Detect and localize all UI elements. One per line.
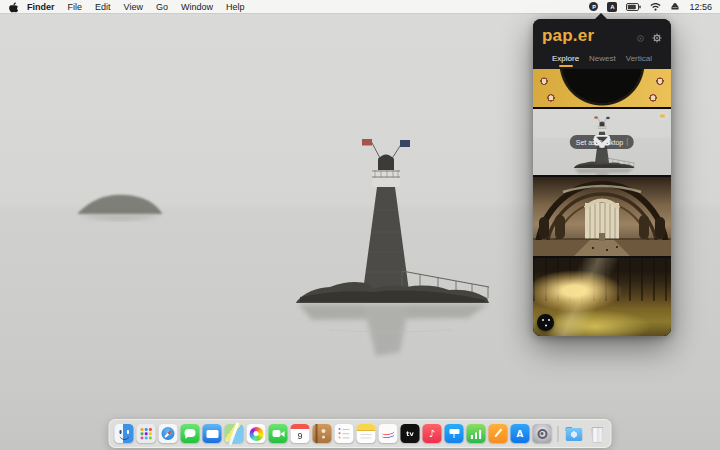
panel-tabs: ExploreNewestVertical bbox=[542, 46, 662, 69]
apple-menu-icon[interactable] bbox=[8, 1, 18, 13]
tab-vertical[interactable]: Vertical bbox=[622, 54, 656, 69]
dock-stocks-icon[interactable] bbox=[379, 424, 398, 443]
dock-calendar-icon[interactable]: 9 bbox=[291, 424, 310, 443]
gear-icon[interactable] bbox=[652, 33, 662, 43]
tv-glyph: tv bbox=[401, 424, 420, 443]
dock-downloads-icon[interactable] bbox=[565, 424, 584, 443]
dock-finder-icon[interactable] bbox=[115, 424, 134, 443]
set-as-desktop-button[interactable]: Set as Desktop bbox=[570, 135, 634, 149]
paper-panel: pap.er ExploreNewestVertical bbox=[533, 19, 671, 336]
resolution-badge: 4K bbox=[658, 112, 668, 120]
status-area: P A 12:56 bbox=[589, 2, 712, 12]
shuffle-icon[interactable] bbox=[636, 34, 645, 43]
paper-logo: pap.er bbox=[542, 26, 594, 46]
dock-messages-icon[interactable] bbox=[181, 424, 200, 443]
menu-clock[interactable]: 12:56 bbox=[689, 2, 712, 12]
menu-go[interactable]: Go bbox=[156, 2, 168, 12]
menu-items: FinderFileEditViewGoWindowHelp bbox=[27, 2, 244, 12]
paper-menubar-icon[interactable]: P bbox=[589, 2, 598, 11]
menu-edit[interactable]: Edit bbox=[95, 2, 111, 12]
menu-extra-icon[interactable] bbox=[670, 2, 680, 11]
dock-appstore-icon[interactable]: A bbox=[511, 424, 530, 443]
dock-mail-icon[interactable] bbox=[203, 424, 222, 443]
menu-file[interactable]: File bbox=[68, 2, 83, 12]
battery-icon[interactable] bbox=[626, 3, 641, 11]
dock-icons: 9tv♪A bbox=[115, 424, 606, 443]
dock: 9tv♪A bbox=[109, 419, 612, 448]
menu-help[interactable]: Help bbox=[226, 2, 245, 12]
dock-tv-icon[interactable]: tv bbox=[401, 424, 420, 443]
menu-finder[interactable]: Finder bbox=[27, 2, 55, 12]
dock-trash-icon[interactable] bbox=[587, 424, 606, 443]
dock-pages-icon[interactable] bbox=[489, 424, 508, 443]
dock-keynote-icon[interactable] bbox=[445, 424, 464, 443]
dock-safari-icon[interactable] bbox=[159, 424, 178, 443]
dock-photos-icon[interactable] bbox=[247, 424, 266, 443]
menu-bar: FinderFileEditViewGoWindowHelp P A 12:56 bbox=[0, 0, 720, 13]
thumbnail-museum-hall[interactable] bbox=[533, 177, 671, 256]
calendar-day: 9 bbox=[291, 429, 310, 443]
panel-header: pap.er ExploreNewestVertical bbox=[533, 19, 671, 69]
dock-reminders-icon[interactable] bbox=[335, 424, 354, 443]
dock-settings-icon[interactable] bbox=[533, 424, 552, 443]
menu-window[interactable]: Window bbox=[181, 2, 213, 12]
dock-contacts-icon[interactable] bbox=[313, 424, 332, 443]
desktop-screen: FinderFileEditViewGoWindowHelp P A 12:56 bbox=[0, 0, 720, 450]
dock-maps-icon[interactable] bbox=[225, 424, 244, 443]
thumbnail-brass-instrument[interactable] bbox=[533, 69, 671, 107]
dock-music-icon[interactable]: ♪ bbox=[423, 424, 442, 443]
input-source-icon[interactable]: A bbox=[607, 2, 617, 12]
wallpaper-list: 4K Set as Desktop bbox=[533, 69, 671, 336]
museum-thumb-image bbox=[533, 177, 671, 256]
dock-notes-icon[interactable] bbox=[357, 424, 376, 443]
menu-view[interactable]: View bbox=[124, 2, 143, 12]
tab-explore[interactable]: Explore bbox=[548, 54, 583, 69]
appstore-glyph: A bbox=[511, 424, 530, 443]
music-glyph: ♪ bbox=[423, 424, 442, 443]
dock-launchpad-icon[interactable] bbox=[137, 424, 156, 443]
dock-divider bbox=[558, 426, 559, 442]
wifi-icon[interactable] bbox=[650, 3, 661, 11]
popover-arrow bbox=[594, 13, 608, 20]
tab-newest[interactable]: Newest bbox=[585, 54, 620, 69]
dock-facetime-icon[interactable] bbox=[269, 424, 288, 443]
chevron-down-icon[interactable] bbox=[570, 135, 634, 149]
random-wallpaper-button[interactable] bbox=[537, 314, 554, 331]
thumbnail-foggy-lighthouse[interactable]: 4K Set as Desktop bbox=[533, 109, 671, 175]
dock-numbers-icon[interactable] bbox=[467, 424, 486, 443]
